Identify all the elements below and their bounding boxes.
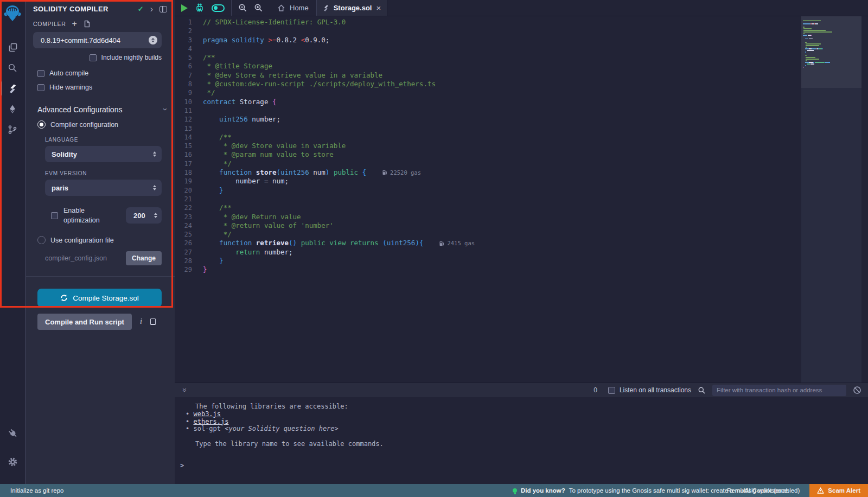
evm-version-select[interactable]: paris <box>45 180 162 196</box>
code-line[interactable]: 28 } <box>175 257 868 265</box>
code-line[interactable]: 16 * @param num value to store <box>175 150 868 159</box>
main-area: Home Storage.sol × 1// SPDX-License-Iden… <box>175 0 868 484</box>
auto-compile-checkbox[interactable] <box>37 70 44 77</box>
terminal-output[interactable]: The following libraries are accessible: … <box>175 397 868 484</box>
use-config-file-radio[interactable] <box>37 236 46 244</box>
clear-console-icon[interactable] <box>853 386 861 394</box>
transaction-filter-input[interactable] <box>712 385 846 396</box>
zoom-out-icon[interactable] <box>238 3 247 12</box>
tab-home-label: Home <box>290 4 309 12</box>
zoom-in-icon[interactable] <box>254 3 263 12</box>
code-line[interactable]: 25 */ <box>175 230 868 239</box>
remix-logo-icon[interactable] <box>3 3 22 23</box>
code-editor[interactable]: 1// SPDX-License-Identifier: GPL-3.023pr… <box>175 16 868 383</box>
terminal-collapse-icon[interactable]: » <box>181 386 189 394</box>
web3-link[interactable]: web3.js <box>193 410 221 418</box>
version-stepper-icon <box>149 36 157 44</box>
info-icon[interactable]: i <box>140 317 142 326</box>
sidebar-item-git[interactable] <box>0 119 25 140</box>
git-init-button[interactable]: Initialize as git repo <box>0 487 63 494</box>
sidebar-item-search[interactable] <box>0 58 25 78</box>
code-line[interactable]: 20 } <box>175 186 868 195</box>
code-line[interactable]: 12 uint256 number; <box>175 115 868 124</box>
auto-compile-label: Auto compile <box>49 69 88 77</box>
code-line[interactable]: 23 * @dev Return value <box>175 213 868 221</box>
tab-home[interactable]: Home <box>270 0 316 16</box>
solidity-compiler-panel: SOLIDITY COMPILER ✓ › COMPILER + 0.8.19+… <box>26 0 175 484</box>
tab-storage-sol[interactable]: Storage.sol × <box>317 0 388 16</box>
sidebar-item-solidity-compiler[interactable] <box>0 78 25 99</box>
refresh-icon <box>60 294 68 302</box>
advanced-configurations-label: Advanced Configurations <box>37 105 122 114</box>
code-line[interactable]: 1// SPDX-License-Identifier: GPL-3.0 <box>175 18 868 27</box>
warning-triangle-icon <box>817 487 824 494</box>
copy-icon[interactable] <box>150 318 156 325</box>
scam-alert-badge[interactable]: Scam Alert <box>809 484 868 497</box>
status-bar: Initialize as git repo Did you know? To … <box>0 484 868 497</box>
code-lines: 1// SPDX-License-Identifier: GPL-3.023pr… <box>175 18 868 275</box>
terminal-line: Type the library name to see available c… <box>181 441 868 448</box>
number-arrows-icon <box>154 213 157 218</box>
compile-button[interactable]: Compile Storage.sol <box>37 289 162 307</box>
copilot-toggle[interactable] <box>212 4 225 12</box>
code-line[interactable]: 15 * @dev Store value in variable <box>175 142 868 150</box>
code-line[interactable]: 10contract Storage { <box>175 98 868 106</box>
pin-panel-icon[interactable] <box>159 6 167 12</box>
compile-and-run-button[interactable]: Compile and Run script <box>37 314 132 330</box>
code-line[interactable]: 14 /** <box>175 133 868 142</box>
select-arrows-icon <box>153 151 156 157</box>
gear-icon <box>8 457 18 467</box>
code-line[interactable]: 4 <box>175 44 868 53</box>
code-line[interactable]: 11 <box>175 106 868 115</box>
sidebar-item-settings[interactable] <box>0 451 25 472</box>
code-line[interactable]: 19 number = num; <box>175 177 868 186</box>
code-line[interactable]: 18 function store(uint256 num) public {2… <box>175 168 868 177</box>
code-line[interactable]: 21 <box>175 195 868 203</box>
panel-title: SOLIDITY COMPILER <box>33 5 131 13</box>
code-line[interactable]: 3pragma solidity >=0.8.2 <0.9.0; <box>175 36 868 44</box>
enable-optimization-label: Enable optimization <box>63 206 110 225</box>
compiler-version-select[interactable]: 0.8.19+commit.7dd6d404 <box>33 32 162 48</box>
optimization-runs-input[interactable]: 200 <box>126 207 162 224</box>
chevron-right-icon[interactable]: › <box>150 6 153 12</box>
minimap[interactable] <box>801 16 861 383</box>
code-line[interactable]: 17 */ <box>175 160 868 168</box>
terminal-prompt[interactable]: > <box>180 462 184 470</box>
language-value: Solidity <box>52 150 77 158</box>
ai-copilot-robot-icon[interactable] <box>194 3 205 14</box>
language-select[interactable]: Solidity <box>45 146 162 162</box>
code-line[interactable]: 5/** <box>175 53 868 62</box>
sidebar-item-file-explorer[interactable] <box>0 37 25 58</box>
compiler-configuration-radio[interactable] <box>37 120 46 129</box>
code-line[interactable]: 29} <box>175 265 868 274</box>
code-line[interactable]: 13 <box>175 124 868 133</box>
advanced-configurations-header[interactable]: Advanced Configurations › <box>37 105 167 114</box>
code-line[interactable]: 2 <box>175 27 868 35</box>
ethers-link[interactable]: ethers.js <box>193 418 228 425</box>
terminal-toolbar: » 0 Listen on all transactions <box>175 383 868 397</box>
add-compiler-icon[interactable]: + <box>72 21 76 27</box>
editor-toolbar: Home Storage.sol × <box>175 0 868 16</box>
hide-warnings-checkbox[interactable] <box>37 84 44 91</box>
panel-divider <box>26 276 175 277</box>
run-script-play-button[interactable] <box>181 4 188 12</box>
open-file-icon[interactable] <box>83 20 91 28</box>
compiler-version-value: 0.8.19+commit.7dd6d404 <box>41 36 120 44</box>
config-file-name: compiler_config.json <box>45 254 107 262</box>
code-line[interactable]: 24 * @return value of 'number' <box>175 221 868 230</box>
tab-label: Storage.sol <box>334 4 372 12</box>
enable-optimization-checkbox[interactable] <box>51 212 58 219</box>
code-line[interactable]: 9 */ <box>175 88 868 97</box>
code-line[interactable]: 6 * @title Storage <box>175 62 868 71</box>
include-nightly-checkbox[interactable] <box>90 54 97 61</box>
code-line[interactable]: 26 function retrieve() public view retur… <box>175 239 868 247</box>
code-line[interactable]: 22 /** <box>175 203 868 212</box>
sidebar-item-plugin-manager[interactable] <box>0 417 29 450</box>
code-line[interactable]: 7 * @dev Store & retrieve value in a var… <box>175 71 868 80</box>
close-tab-icon[interactable]: × <box>376 5 381 11</box>
code-line[interactable]: 27 return number; <box>175 248 868 257</box>
listen-all-transactions-checkbox[interactable] <box>608 387 615 394</box>
change-config-button[interactable]: Change <box>126 251 162 265</box>
code-line[interactable]: 8 * @custom:dev-run-script ./scripts/dep… <box>175 80 868 88</box>
sidebar-item-deploy-run[interactable] <box>0 99 25 119</box>
